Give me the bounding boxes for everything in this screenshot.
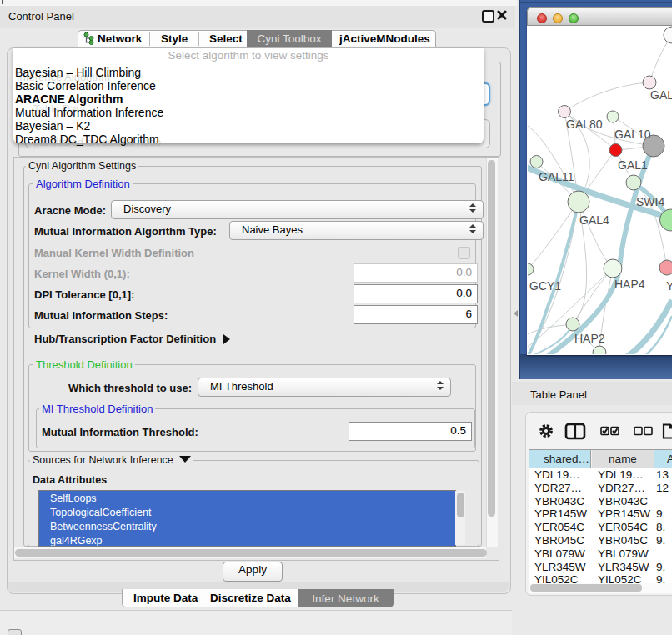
svg-text:Y: Y <box>666 279 672 292</box>
svg-text:GAL11: GAL11 <box>539 170 574 183</box>
svg-text:GAL4: GAL4 <box>579 213 609 227</box>
svg-text:SWI4: SWI4 <box>636 195 664 208</box>
svg-text:GAL: GAL <box>650 88 672 102</box>
svg-text:GAL80: GAL80 <box>566 118 603 131</box>
svg-text:HAP4: HAP4 <box>614 278 645 291</box>
svg-text:HAP2: HAP2 <box>574 332 605 345</box>
svg-text:GAL10: GAL10 <box>614 128 651 141</box>
svg-text:GCY1: GCY1 <box>529 279 561 292</box>
svg-text:GAL1: GAL1 <box>618 158 648 172</box>
